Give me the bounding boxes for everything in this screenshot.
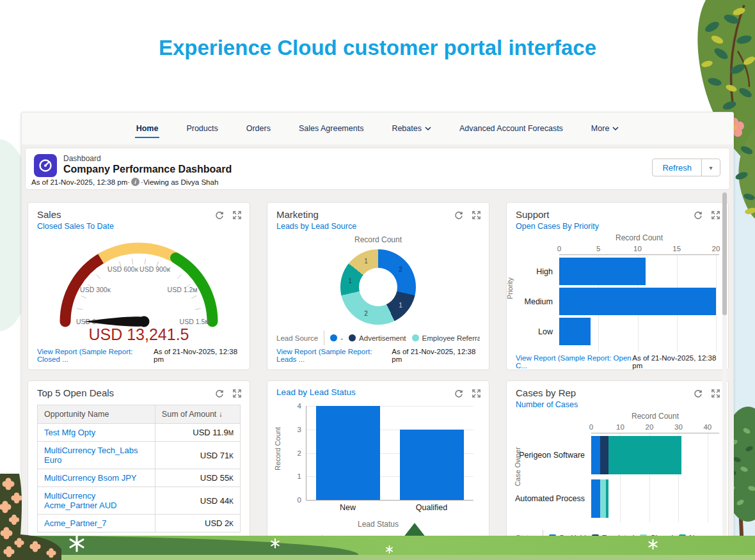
refresh-icon[interactable] <box>693 389 703 398</box>
widget-report-link[interactable]: Closed Sales To Date <box>37 222 241 231</box>
widget-report-link[interactable]: Lead by Lead Status <box>276 387 480 397</box>
info-icon[interactable]: i <box>131 178 139 186</box>
widget-title: Cases by Rep <box>516 387 719 398</box>
svg-text:USD 1.2ᴍ: USD 1.2ᴍ <box>168 286 198 293</box>
expand-icon[interactable] <box>472 210 481 220</box>
stacked-bar[interactable] <box>591 479 719 518</box>
slice-value: 1 <box>348 277 352 284</box>
y-axis-label: Case Owner <box>514 447 521 486</box>
refresh-icon[interactable] <box>214 389 224 398</box>
bar-high[interactable] <box>559 258 646 285</box>
white-flower-icon <box>270 538 280 548</box>
widget-support: Support Open Cases By Priority Record Co… <box>506 202 729 370</box>
refresh-icon[interactable] <box>454 389 463 398</box>
portal-window: Home Products Orders Sales Agreements Re… <box>21 112 734 536</box>
table-row: Acme_Partner_7 USD 2K <box>38 515 241 533</box>
chevron-down-icon <box>425 127 431 130</box>
tab-products[interactable]: Products <box>186 113 218 144</box>
widget-title: Support <box>516 209 719 220</box>
widget-cases-by-rep: Cases by Rep Number of Cases Record Coun… <box>506 380 729 536</box>
grass-decoration <box>0 536 755 560</box>
tab-orders[interactable]: Orders <box>246 113 271 144</box>
deals-table: Opportunity Name Sum of Amount ↓ Test Mf… <box>37 405 241 533</box>
legend-dot <box>349 334 356 341</box>
bar-chart: High Medium Low <box>559 254 719 352</box>
widget-sales: Sales Closed Sales To Date USD 0 USD 300… <box>28 202 250 370</box>
view-report-link[interactable]: View Report (Sample Report: Leads ... <box>276 348 392 363</box>
legend-dot <box>330 334 337 341</box>
tab-sales-agreements[interactable]: Sales Agreements <box>299 113 363 144</box>
bar-qualified[interactable] <box>400 430 464 500</box>
widget-marketing: Marketing Leads by Lead Source Record Co… <box>267 202 489 370</box>
view-report-link[interactable]: View Report (Sample Report: Open C... <box>516 354 632 369</box>
gauge-chart: USD 0 USD 300ᴋ USD 600ᴋ USD 900ᴋ USD 1.2… <box>43 232 235 345</box>
page-title: Experience Cloud customer portal interfa… <box>0 32 755 64</box>
dashboard-type-label: Dashboard <box>63 154 232 163</box>
chart-title: Record Count <box>559 233 719 242</box>
legend-title: Lead Source <box>276 334 318 342</box>
widget-report-link[interactable]: Number of Cases <box>516 400 719 409</box>
expand-icon[interactable] <box>232 389 242 398</box>
tab-advanced-account-forecasts[interactable]: Advanced Account Forecasts <box>459 113 563 144</box>
tab-more[interactable]: More <box>591 113 619 144</box>
widget-title: Top 5 Open Deals <box>37 387 241 398</box>
refresh-icon[interactable] <box>454 210 463 220</box>
chevron-down-icon <box>612 127 619 130</box>
expand-icon[interactable] <box>711 210 720 220</box>
x-axis-ticks: 0 5 10 15 20 <box>559 245 719 254</box>
bar-chart: 4 3 2 1 0 <box>306 406 473 501</box>
viewing-as: ·Viewing as Divya Shah <box>141 178 218 186</box>
y-axis-label: Record Count <box>274 427 282 471</box>
white-flower-icon <box>385 545 393 554</box>
donut-chart: 2 1 2 1 1 <box>340 249 416 325</box>
caret-down-icon: ▾ <box>709 164 712 171</box>
bar-medium[interactable] <box>559 288 716 315</box>
stacked-bar-chart: Perigeon Software Automated Process <box>591 433 719 522</box>
category-label: Perigeon Software <box>519 451 585 460</box>
table-row: MultiCurrency Acme_Partner AUD USD 44K <box>38 487 241 515</box>
bar-new[interactable] <box>316 406 380 500</box>
expand-icon[interactable] <box>232 210 242 220</box>
y-axis-label: Priority <box>506 277 514 299</box>
table-row: MultiCurrency Tech_Labs Euro USD 71K <box>38 442 241 469</box>
opportunity-link[interactable]: MultiCurrency Tech_Labs Euro <box>44 446 138 465</box>
widget-as-of: As of 21-Nov-2025, 12:38 pm <box>154 348 241 363</box>
table-row: MultiCurrency Bsom JPY USD 55K <box>38 469 241 487</box>
refresh-icon[interactable] <box>693 210 703 220</box>
refresh-menu-button[interactable]: ▾ <box>701 159 720 176</box>
expand-icon[interactable] <box>711 389 720 398</box>
x-axis-label: Lead Status <box>276 520 480 529</box>
category-label: Medium <box>525 297 553 306</box>
widget-report-link[interactable]: Leads by Lead Source <box>276 222 480 231</box>
view-report-link[interactable]: View Report (Sample Report: Closed ... <box>37 348 154 363</box>
opportunity-link[interactable]: Test Mfg Opty <box>44 428 95 437</box>
nav-bar: Home Products Orders Sales Agreements Re… <box>22 113 733 144</box>
column-header[interactable]: Sum of Amount ↓ <box>155 405 240 424</box>
widget-title: Sales <box>37 209 241 220</box>
page: Experience Cloud customer portal interfa… <box>0 0 755 560</box>
grass-light-band <box>0 555 755 560</box>
tab-home[interactable]: Home <box>136 113 159 144</box>
widget-lead-status: Lead by Lead Status 4 3 2 1 0 Record Cou… <box>267 380 489 536</box>
column-header[interactable]: Opportunity Name <box>38 405 155 424</box>
bush-flowers-decoration <box>0 474 64 560</box>
dashboard-header: Dashboard Company Performance Dashboard … <box>25 148 730 190</box>
chart-title: Record Count <box>276 235 480 244</box>
refresh-button[interactable]: Refresh <box>652 159 702 176</box>
svg-text:USD 900ᴋ: USD 900ᴋ <box>139 265 171 273</box>
widget-report-link[interactable]: Open Cases By Priority <box>516 222 719 231</box>
tab-rebates[interactable]: Rebates <box>392 113 431 144</box>
white-flower-icon <box>648 539 658 550</box>
scrollbar-track[interactable] <box>722 192 727 536</box>
slice-value: 1 <box>364 258 368 265</box>
white-flower-icon <box>68 534 86 552</box>
stacked-bar[interactable] <box>591 436 719 474</box>
svg-text:USD 600ᴋ: USD 600ᴋ <box>107 265 139 273</box>
refresh-icon[interactable] <box>214 210 224 220</box>
chart-legend: Lead Source - Advertisement Employee Ref… <box>276 331 480 345</box>
bar-low[interactable] <box>559 318 591 345</box>
dashboard-title: Company Performance Dashboard <box>63 164 232 175</box>
expand-icon[interactable] <box>472 389 481 398</box>
legend-dot <box>412 334 419 341</box>
scrollbar-thumb[interactable] <box>722 192 727 315</box>
